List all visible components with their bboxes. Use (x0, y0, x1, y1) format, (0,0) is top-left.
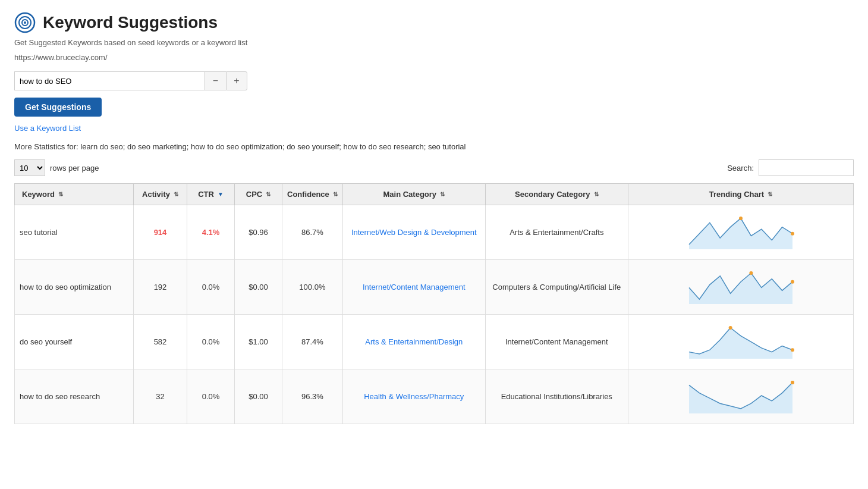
page-title: Keyword Suggestions (43, 13, 218, 32)
rows-per-page-label: rows per page (50, 164, 99, 173)
cell-secondary-category: Internet/Content Management (485, 315, 628, 369)
cell-secondary-category: Educational Institutions/Libraries (485, 369, 628, 424)
cell-secondary-category: Arts & Entertainment/Crafts (485, 205, 628, 260)
sort-ctr-icon: ▼ (218, 191, 224, 198)
cell-activity: 192 (134, 260, 187, 315)
svg-point-9 (791, 280, 794, 284)
sort-sec-cat-icon: ⇅ (594, 191, 599, 198)
search-label: Search: (727, 164, 754, 173)
cell-trending-chart (628, 315, 853, 369)
more-stats-keywords: learn do seo; do seo marketing; how to d… (80, 142, 466, 151)
main-cat-link[interactable]: Arts & Entertainment/Design (365, 337, 463, 346)
target-icon (14, 12, 36, 33)
cell-confidence: 87.4% (282, 315, 343, 369)
svg-marker-7 (689, 273, 792, 304)
rows-per-page-select[interactable]: 10 25 50 100 (14, 159, 45, 176)
more-stats: More Statistics for: learn do seo; do se… (14, 142, 854, 151)
keyword-table: Keyword ⇅ Activity ⇅ CTR ▼ (14, 183, 854, 424)
cell-trending-chart (628, 369, 853, 424)
col-keyword[interactable]: Keyword ⇅ (15, 184, 134, 205)
cell-activity: 32 (134, 369, 187, 424)
sort-main-cat-icon: ⇅ (440, 191, 445, 198)
cell-main-category: Health & Wellness/Pharmacy (342, 369, 485, 424)
cell-cpc: $0.00 (235, 369, 282, 424)
cell-activity: 914 (134, 205, 187, 260)
col-confidence[interactable]: Confidence ⇅ (282, 184, 343, 205)
sort-confidence-icon: ⇅ (333, 191, 338, 198)
cell-activity: 582 (134, 315, 187, 369)
page-subtitle: Get Suggested Keywords based on seed key… (14, 38, 854, 47)
get-suggestions-button[interactable]: Get Suggestions (14, 98, 102, 117)
table-row: how to do seo optimization 192 0.0% $0.0… (15, 260, 854, 315)
col-ctr[interactable]: CTR ▼ (187, 184, 235, 205)
cell-ctr: 0.0% (187, 369, 235, 424)
main-cat-link[interactable]: Internet/Content Management (363, 283, 466, 291)
cell-main-category: Internet/Web Design & Development (342, 205, 485, 260)
cell-keyword: how to do seo optimization (15, 260, 134, 315)
main-cat-link[interactable]: Health & Wellness/Pharmacy (364, 392, 464, 401)
cell-keyword: do seo yourself (15, 315, 134, 369)
cell-trending-chart (628, 260, 853, 315)
plus-button[interactable]: + (226, 71, 247, 90)
keyword-input[interactable] (14, 71, 205, 90)
table-row: seo tutorial 914 4.1% $0.96 86.7% Intern… (15, 205, 854, 260)
sort-chart-icon: ⇅ (768, 191, 772, 198)
cell-ctr: 4.1% (187, 205, 235, 260)
cell-ctr: 0.0% (187, 260, 235, 315)
search-input[interactable] (759, 159, 854, 176)
cell-keyword: seo tutorial (15, 205, 134, 260)
col-main-category[interactable]: Main Category ⇅ (342, 184, 485, 205)
cell-confidence: 96.3% (282, 369, 343, 424)
site-url: https://www.bruceclay.com/ (14, 53, 854, 62)
col-trending-chart[interactable]: Trending Chart ⇅ (628, 184, 853, 205)
svg-point-12 (791, 348, 794, 352)
cell-secondary-category: Computers & Computing/Artificial Life (485, 260, 628, 315)
col-activity[interactable]: Activity ⇅ (134, 184, 187, 205)
minus-button[interactable]: − (205, 71, 226, 90)
col-secondary-category[interactable]: Secondary Category ⇅ (485, 184, 628, 205)
svg-marker-10 (689, 328, 792, 359)
table-row: do seo yourself 582 0.0% $1.00 87.4% Art… (15, 315, 854, 369)
cell-main-category: Internet/Content Management (342, 260, 485, 315)
main-cat-link[interactable]: Internet/Web Design & Development (351, 228, 477, 237)
table-row: how to do seo research 32 0.0% $0.00 96.… (15, 369, 854, 424)
svg-point-15 (791, 381, 794, 384)
svg-point-5 (739, 217, 743, 220)
cell-main-category: Arts & Entertainment/Design (342, 315, 485, 369)
cell-confidence: 100.0% (282, 260, 343, 315)
svg-point-3 (24, 21, 26, 24)
sort-activity-icon: ⇅ (174, 191, 178, 198)
cell-cpc: $0.96 (235, 205, 282, 260)
svg-point-6 (791, 232, 794, 236)
svg-point-11 (728, 326, 732, 330)
col-cpc[interactable]: CPC ⇅ (235, 184, 282, 205)
cell-trending-chart (628, 205, 853, 260)
cell-ctr: 0.0% (187, 315, 235, 369)
sort-keyword-icon: ⇅ (58, 191, 63, 198)
cell-cpc: $1.00 (235, 315, 282, 369)
keyword-list-link[interactable]: Use a Keyword List (14, 124, 81, 133)
cell-keyword: how to do seo research (15, 369, 134, 424)
svg-point-8 (749, 271, 753, 275)
cell-confidence: 86.7% (282, 205, 343, 260)
sort-cpc-icon: ⇅ (266, 191, 271, 198)
cell-cpc: $0.00 (235, 260, 282, 315)
